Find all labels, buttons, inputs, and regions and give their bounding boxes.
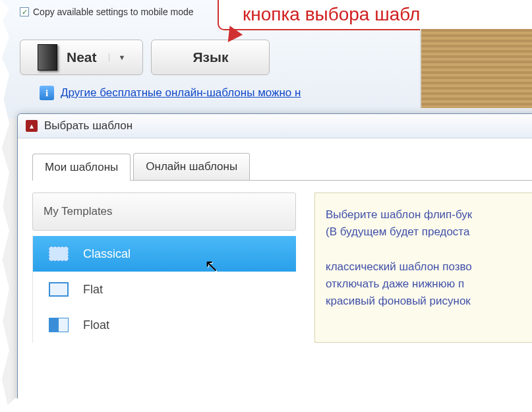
template-group-header[interactable]: My Templates — [32, 192, 296, 231]
copy-settings-checkbox[interactable]: ✓ — [20, 7, 29, 16]
template-icon — [49, 282, 69, 297]
template-item-flat[interactable]: Flat — [33, 272, 296, 307]
copy-settings-label: Copy available settings to mobile mode — [33, 7, 194, 17]
template-icon — [49, 247, 69, 261]
template-select-label: Neat — [67, 49, 97, 65]
template-item-classical[interactable]: Classical ↖ — [33, 236, 296, 272]
desc-text: красивый фоновый рисунок — [326, 295, 471, 307]
desc-text: классический шаблон позво — [326, 260, 472, 273]
template-name: Classical — [83, 247, 131, 261]
chevron-down-icon[interactable]: ▼ — [109, 53, 126, 61]
book-icon — [38, 44, 57, 71]
language-button[interactable]: Язык — [151, 40, 270, 75]
tab-label: Мои шаблоны — [45, 161, 118, 173]
choose-template-dialog: ▴ Выбрать шаблон Мои шаблоны Онлайн шабл… — [17, 113, 532, 412]
template-group-label: My Templates — [44, 205, 113, 218]
template-list: Classical ↖ Flat Float — [32, 236, 296, 343]
callout-bubble: кнопка выбора шабл — [218, 0, 532, 30]
template-item-float[interactable]: Float — [33, 307, 296, 343]
dialog-titlebar: ▴ Выбрать шаблон — [18, 114, 532, 138]
tab-online-templates[interactable]: Онлайн шаблоны — [133, 153, 250, 180]
tab-label: Онлайн шаблоны — [146, 160, 237, 173]
language-label: Язык — [192, 49, 228, 65]
dialog-title: Выбрать шаблон — [44, 119, 133, 132]
tab-my-templates[interactable]: Мои шаблоны — [32, 154, 131, 181]
info-icon: i — [40, 86, 54, 100]
template-select-button[interactable]: Neat ▼ — [20, 40, 143, 75]
preview-wood-panel — [420, 29, 532, 108]
template-name: Float — [83, 318, 109, 332]
desc-text: Выберите шаблон флип-бук — [326, 208, 472, 221]
more-templates-link[interactable]: Другие бесплатные онлайн-шаблоны можно н — [61, 86, 301, 100]
desc-text: отключать даже нижнюю п — [326, 278, 464, 290]
template-icon — [49, 318, 69, 332]
callout-text: кнопка выбора шабл — [243, 4, 420, 25]
desc-text: (В будущем будет предоста — [326, 225, 469, 238]
template-description-panel: Выберите шаблон флип-бук (В будущем буде… — [314, 192, 532, 343]
template-name: Flat — [83, 283, 103, 297]
app-icon: ▴ — [26, 120, 38, 132]
